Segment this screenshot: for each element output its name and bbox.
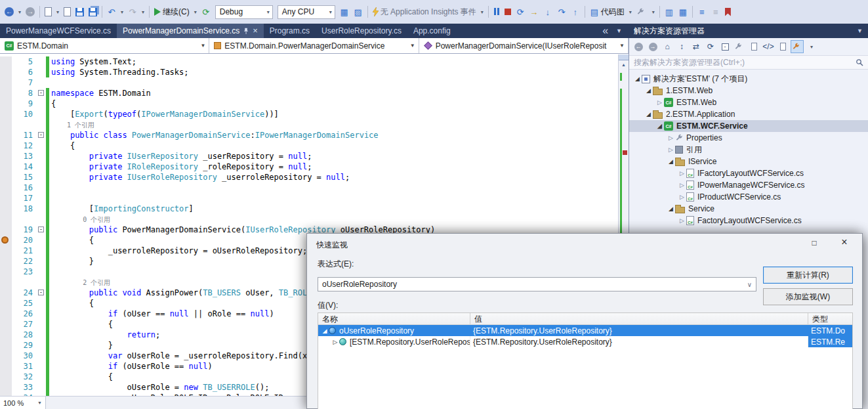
reevaluate-button[interactable]: 重新计算(R)	[763, 267, 853, 284]
breakpoint-margin[interactable]	[0, 151, 12, 161]
breakpoint-margin[interactable]	[0, 225, 12, 235]
expander-icon[interactable]: ▷	[331, 339, 339, 345]
se-forward-button[interactable]: →	[646, 40, 659, 53]
window-split-button[interactable]: ▥	[663, 4, 676, 20]
watch-value-cell[interactable]: {ESTM.Repository.UserRoleRepository}	[470, 325, 808, 336]
new-file-button[interactable]	[43, 4, 54, 20]
breakpoint-margin[interactable]	[0, 172, 12, 183]
add-watch-button[interactable]: 添加监视(W)	[763, 288, 853, 305]
codelens-text[interactable]: 2 个引用	[51, 279, 110, 286]
navbar-scope-0[interactable]: C#ESTM.Domain▼	[0, 38, 209, 53]
breakpoint-margin[interactable]	[0, 67, 12, 77]
navigate-back-caret[interactable]: ▾	[16, 4, 23, 20]
grid-column-1[interactable]: 值	[470, 313, 808, 324]
continue-button[interactable]: 继续(C)	[152, 4, 192, 20]
breakpoint-margin[interactable]	[0, 267, 12, 277]
step-out-button[interactable]: ↑	[569, 4, 582, 20]
se-pending-button[interactable]: ↕	[675, 40, 688, 53]
breakpoint-margin[interactable]	[0, 382, 12, 393]
codelens-text[interactable]: 1 个引用	[51, 121, 94, 129]
redo-caret[interactable]: ▾	[140, 4, 146, 20]
tree-item-estm-7[interactable]: ◢解决方案'ESTM' (7 个项目)	[629, 73, 868, 85]
breakpoint-margin[interactable]	[0, 361, 12, 372]
restart-debugging-button[interactable]: ⟳	[514, 4, 527, 20]
breakpoint-margin[interactable]	[0, 298, 12, 309]
breakpoint-margin[interactable]	[0, 109, 12, 119]
show-next-statement-button[interactable]: →	[527, 4, 541, 20]
navbar-scope-2[interactable]: PowerManagerDomainService(IUserRoleRepos…	[419, 38, 629, 53]
se-properties-button[interactable]	[733, 40, 746, 53]
collapse-icon[interactable]: -	[38, 132, 44, 138]
watch-name-cell[interactable]: ▷[ESTM.Repository.UserRoleRepos	[318, 336, 470, 347]
step-over-button[interactable]: ↷	[555, 4, 568, 20]
expander-closed-icon[interactable]: ▷	[678, 182, 686, 188]
pin-icon[interactable]	[243, 28, 249, 35]
save-button[interactable]	[73, 4, 86, 20]
outdent-button[interactable]: ≡	[709, 4, 722, 20]
expander-open-icon[interactable]: ◢	[655, 123, 664, 129]
se-home-button[interactable]: ⌂	[661, 40, 674, 53]
se-tools-button[interactable]	[791, 40, 804, 53]
breakpoint-icon[interactable]	[1, 236, 9, 244]
refresh-button[interactable]: ⟳	[199, 4, 213, 20]
tab-app.config[interactable]: App.config	[407, 24, 457, 38]
undo-button[interactable]: ↶	[105, 4, 118, 20]
collapse-icon[interactable]: -	[38, 290, 44, 295]
breakpoint-margin[interactable]	[0, 319, 12, 330]
se-caret-button[interactable]: ▾	[805, 40, 818, 53]
split-handle[interactable]	[619, 54, 629, 60]
redo-button[interactable]: ↷	[126, 4, 139, 20]
tab-powermanagewcfservice.cs[interactable]: PowerManageWCFService.cs	[0, 24, 117, 38]
scroll-up-icon[interactable]: ▲	[619, 61, 629, 69]
open-file-button[interactable]	[62, 4, 73, 20]
tree-item-service[interactable]: ◢Service	[629, 203, 868, 215]
undo-caret[interactable]: ▾	[119, 4, 125, 20]
close-icon[interactable]: ×	[253, 27, 258, 35]
se-refresh-button[interactable]: ⟳	[704, 40, 717, 53]
tab-powermanagerdomainservice.cs[interactable]: PowerManagerDomainService.cs×	[117, 24, 264, 38]
device-target-button[interactable]: ▦	[338, 4, 351, 20]
watch-row-0[interactable]: ◢oUserRoleRepository{ESTM.Repository.Use…	[318, 325, 852, 336]
watch-name-cell[interactable]: ◢oUserRoleRepository	[318, 325, 470, 336]
breakpoint-margin[interactable]	[0, 204, 12, 214]
zoom-control[interactable]: 100 % ▼	[0, 397, 46, 409]
stop-debugging-button[interactable]	[503, 4, 513, 20]
watch-type-cell[interactable]: ESTM.Re	[808, 336, 852, 347]
breakpoint-margin[interactable]	[0, 351, 12, 361]
breakpoint-margin[interactable]	[0, 214, 12, 225]
break-all-button[interactable]	[491, 4, 502, 20]
step-into-button[interactable]: ↓	[541, 4, 554, 20]
se-back-button[interactable]: ←	[632, 40, 645, 53]
tree-item-item[interactable]: ▷引用	[629, 144, 868, 156]
collapse-icon[interactable]: -	[38, 90, 44, 96]
navigate-back-button[interactable]: ←	[3, 4, 16, 20]
breakpoint-margin[interactable]	[0, 277, 12, 288]
expression-combo[interactable]: oUserRoleRepository ∨	[318, 277, 756, 291]
close-button[interactable]: ×	[835, 236, 854, 249]
expander-closed-icon[interactable]: ▷	[667, 135, 675, 141]
code-map-button[interactable]: ▤代码图	[588, 4, 627, 20]
expander-open-icon[interactable]: ◢	[644, 111, 653, 118]
grid-column-0[interactable]: 名称	[318, 313, 470, 324]
breakpoint-margin[interactable]	[0, 183, 12, 193]
se-preview-button[interactable]	[776, 40, 789, 53]
breakpoint-margin[interactable]	[0, 235, 12, 246]
bookmark-button[interactable]	[723, 4, 733, 20]
indent-button[interactable]: ≡	[695, 4, 709, 20]
se-show-all-files-button[interactable]	[747, 40, 760, 53]
tree-item-properties[interactable]: ▷Properties	[629, 132, 868, 144]
breakpoint-margin[interactable]	[0, 140, 12, 151]
tab-overflow-icon[interactable]: «	[602, 25, 608, 37]
watch-grid[interactable]: 名称值类型◢oUserRoleRepository{ESTM.Repositor…	[318, 312, 853, 409]
watch-type-cell[interactable]: ESTM.Do	[808, 325, 852, 336]
se-sync-button[interactable]: ⇄	[690, 40, 703, 53]
code-map-caret[interactable]: ▾	[627, 4, 634, 20]
breakpoint-margin[interactable]	[0, 56, 12, 67]
tree-item-factorylayoutwcfservice.cs[interactable]: ▷C#FactoryLayoutWCFService.cs	[629, 215, 868, 226]
watch-value-cell[interactable]: {ESTM.Repository.UserRoleRepository}	[470, 336, 808, 347]
breakpoint-margin[interactable]	[0, 119, 12, 130]
expander-open-icon[interactable]: ◢	[644, 87, 653, 94]
breakpoint-margin[interactable]	[0, 309, 12, 319]
expander-icon[interactable]: ◢	[321, 328, 329, 334]
tree-item-2.estm.application[interactable]: ◢2.ESTM.Application	[629, 108, 868, 120]
